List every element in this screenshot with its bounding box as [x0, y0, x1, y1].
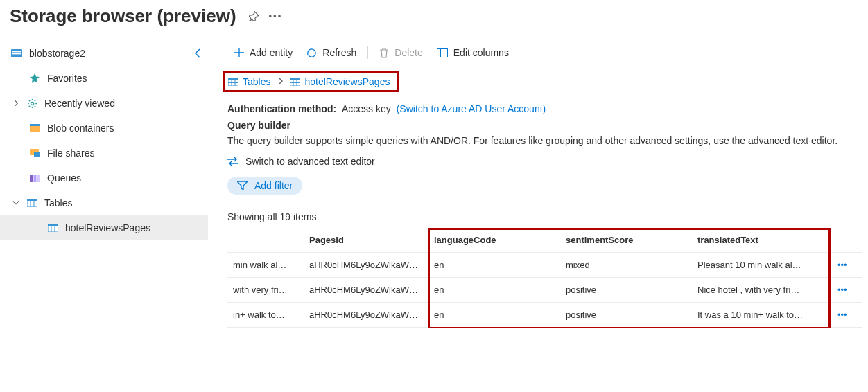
storage-account-icon — [10, 49, 24, 57]
switch-editor-button[interactable]: Switch to advanced text editor — [227, 156, 862, 167]
add-filter-button[interactable]: Add filter — [227, 177, 302, 195]
sidebar-item-fileshares[interactable]: File shares — [0, 141, 208, 166]
sidebar-label: Recently viewed — [44, 98, 115, 109]
svg-rect-7 — [34, 152, 40, 157]
collapse-sidebar-icon[interactable] — [182, 48, 201, 58]
svg-rect-17 — [48, 224, 58, 226]
fileshare-icon — [28, 149, 42, 157]
delete-button: Delete — [372, 42, 429, 64]
breadcrumb-highlight: Tables hotelReviewsPages — [223, 71, 399, 92]
sidebar-account-label: blobstorage2 — [29, 48, 85, 59]
sidebar-item-table-child[interactable]: hotelReviewsPages — [0, 215, 208, 240]
svg-rect-21 — [437, 48, 447, 57]
sidebar-item-tables[interactable]: Tables — [0, 190, 208, 215]
sidebar-label: Blob containers — [47, 123, 114, 134]
gear-icon — [25, 98, 39, 109]
sidebar-label: File shares — [47, 148, 94, 159]
star-icon — [28, 73, 42, 83]
edit-columns-button[interactable]: Edit columns — [430, 42, 516, 64]
col-header[interactable]: Pagesid — [304, 228, 428, 253]
sidebar-label: Tables — [44, 197, 72, 208]
sidebar-item-recent[interactable]: Recently viewed — [0, 91, 208, 116]
sidebar-item-queues[interactable]: Queues — [0, 166, 208, 190]
breadcrumb-leaf[interactable]: hotelReviewsPages — [290, 76, 390, 87]
svg-rect-9 — [33, 175, 36, 182]
chevron-down-icon — [11, 200, 21, 206]
table-row[interactable]: in+ walk to… aHR0cHM6Ly9oZWlkaW… en posi… — [227, 303, 862, 328]
table-row[interactable]: with very fri… aHR0cHM6Ly9oZWlkaW… en po… — [227, 278, 862, 303]
add-entity-button[interactable]: Add entity — [227, 42, 300, 64]
table-icon — [46, 224, 60, 232]
page-title: Storage browser (preview) — [10, 6, 236, 27]
breadcrumb-tables[interactable]: Tables — [228, 76, 270, 87]
refresh-button[interactable]: Refresh — [300, 42, 363, 64]
table-icon — [25, 199, 39, 207]
col-header[interactable]: sentimentScore — [560, 228, 692, 253]
toolbar: Add entity Refresh Delete Edit columns — [227, 41, 862, 64]
swap-icon — [227, 157, 238, 166]
pin-icon[interactable] — [249, 11, 259, 21]
results-count: Showing all 19 items — [227, 211, 862, 222]
main-content: Add entity Refresh Delete Edit columns — [208, 37, 868, 328]
svg-rect-31 — [290, 78, 300, 80]
col-header[interactable]: languageCode — [428, 228, 560, 253]
blob-icon — [28, 124, 42, 132]
sidebar-account[interactable]: blobstorage2 — [0, 41, 85, 66]
col-header[interactable]: translatedText — [692, 228, 832, 253]
table-icon — [228, 78, 238, 86]
row-more-icon[interactable]: ••• — [832, 303, 862, 328]
svg-point-3 — [31, 102, 33, 105]
toolbar-separator — [367, 46, 368, 59]
columns-icon — [437, 48, 448, 57]
trash-icon — [379, 48, 389, 58]
query-builder-title: Query builder — [227, 120, 862, 131]
table-row[interactable]: min walk al… aHR0cHM6Ly9oZWlkaW… en mixe… — [227, 253, 862, 278]
row-more-icon[interactable]: ••• — [832, 278, 862, 303]
svg-rect-8 — [30, 175, 33, 182]
svg-rect-1 — [12, 51, 21, 52]
table-icon — [290, 78, 300, 86]
row-more-icon[interactable]: ••• — [832, 253, 862, 278]
chevron-right-icon — [277, 76, 283, 87]
sidebar-item-favorites[interactable]: Favorites — [0, 66, 208, 91]
plus-icon — [234, 48, 244, 57]
svg-rect-10 — [37, 175, 40, 182]
results-table: Pagesid languageCode sentimentScore tran… — [227, 228, 862, 328]
svg-rect-2 — [12, 53, 21, 54]
svg-rect-26 — [228, 78, 238, 80]
query-builder-desc: The query builder supports simple querie… — [227, 135, 862, 146]
col-header[interactable] — [227, 228, 304, 253]
svg-rect-5 — [30, 124, 40, 126]
sidebar-item-blob[interactable]: Blob containers — [0, 116, 208, 141]
refresh-icon — [306, 48, 317, 58]
table-header-row: Pagesid languageCode sentimentScore tran… — [227, 228, 862, 253]
breadcrumb: Tables hotelReviewsPages — [228, 76, 390, 87]
sidebar-label: Queues — [47, 172, 81, 184]
col-header — [832, 228, 862, 253]
sidebar: blobstorage2 Favorites Recently viewed — [0, 37, 208, 328]
auth-method: Authentication method: Access key (Switc… — [227, 103, 862, 114]
sidebar-label: hotelReviewsPages — [65, 222, 150, 233]
chevron-right-icon — [11, 100, 21, 107]
page-header: Storage browser (preview) ••• — [0, 0, 868, 37]
more-icon[interactable]: ••• — [269, 11, 283, 21]
svg-rect-12 — [27, 199, 37, 201]
sidebar-label: Favorites — [47, 73, 87, 84]
switch-auth-link[interactable]: (Switch to Azure AD User Account) — [397, 103, 546, 114]
filter-icon — [237, 181, 248, 190]
queues-icon — [28, 175, 42, 182]
